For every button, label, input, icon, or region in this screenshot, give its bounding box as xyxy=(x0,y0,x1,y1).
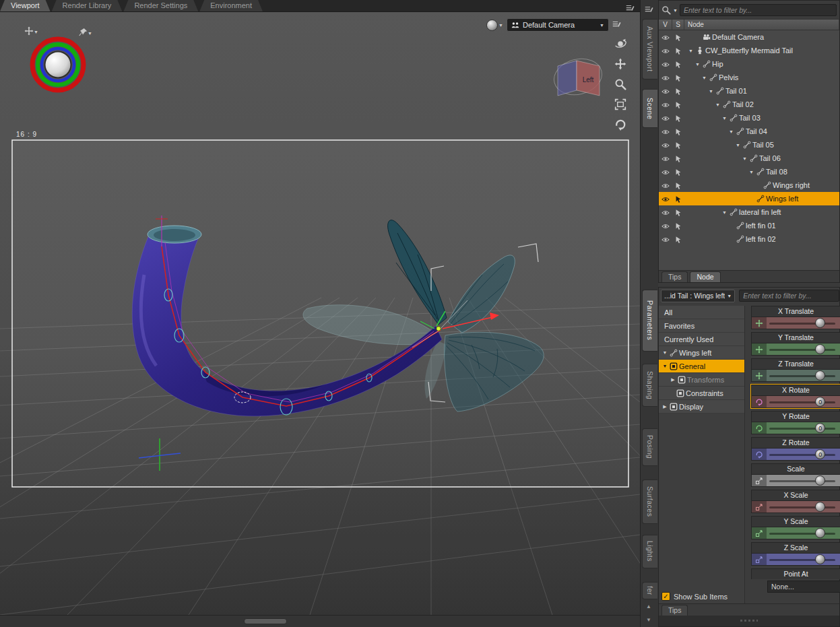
point-at-dropdown[interactable]: None... xyxy=(767,581,840,593)
tab-render-settings[interactable]: Render Settings xyxy=(123,0,198,11)
search-options-arrow[interactable]: ▼ xyxy=(673,8,678,13)
expand-arrow-icon[interactable]: ▼ xyxy=(734,143,742,147)
slider-knob[interactable] xyxy=(815,475,825,486)
slider-track[interactable] xyxy=(751,317,840,329)
pointer-icon[interactable] xyxy=(672,113,684,122)
side-tab-posing[interactable]: Posing xyxy=(642,428,657,466)
slider-track[interactable] xyxy=(751,553,840,566)
eye-icon[interactable] xyxy=(659,167,672,176)
expand-arrow-icon[interactable]: ▼ xyxy=(748,170,755,174)
slider-track[interactable] xyxy=(751,343,840,356)
pointer-icon[interactable] xyxy=(672,127,684,135)
pointer-icon[interactable] xyxy=(672,140,684,149)
group-transforms[interactable]: ▶ Transforms xyxy=(659,373,744,387)
node-label[interactable]: left fin 02 xyxy=(746,235,776,243)
node-label[interactable]: Tail 08 xyxy=(766,168,787,176)
eye-icon[interactable] xyxy=(659,113,672,122)
pointer-icon[interactable] xyxy=(672,32,684,41)
eye-icon[interactable] xyxy=(659,180,672,189)
node-label[interactable]: Pelvis xyxy=(719,73,738,81)
panel-menu-icon[interactable] xyxy=(644,3,653,15)
params-bottom-tab-tips[interactable]: Tips xyxy=(661,605,688,616)
pan-icon[interactable] xyxy=(613,57,628,71)
tree-row-lateral-fin-left[interactable]: ▼lateral fin left xyxy=(659,205,839,219)
eye-icon[interactable] xyxy=(659,46,672,55)
scene-bottom-tab-tips[interactable]: Tips xyxy=(661,271,688,282)
group-display[interactable]: ▶ Display xyxy=(659,400,744,414)
tree-row-tail01[interactable]: ▼Tail 01 xyxy=(659,84,839,98)
tab-scroll-down-icon[interactable]: ▼ xyxy=(646,617,651,623)
expand-arrow-icon[interactable]: ▼ xyxy=(721,116,728,121)
tree-row-tail06[interactable]: ▼Tail 06 xyxy=(659,152,839,165)
tree-row-tail08[interactable]: ▼Tail 08 xyxy=(659,165,839,178)
expand-arrow-icon[interactable]: ▼ xyxy=(694,62,701,67)
tree-row-wings-right[interactable]: ▼Wings right xyxy=(659,178,839,192)
node-label[interactable]: Tail 02 xyxy=(732,100,754,108)
group-all[interactable]: All xyxy=(659,306,744,319)
scene-filter-input[interactable] xyxy=(680,4,837,16)
slider-knob[interactable] xyxy=(815,554,825,564)
expand-arrow-icon[interactable]: ▼ xyxy=(741,156,748,161)
pointer-icon[interactable] xyxy=(672,100,684,108)
eye-icon[interactable] xyxy=(659,127,672,135)
tree-row-tail05[interactable]: ▼Tail 05 xyxy=(659,138,839,152)
params-filter-input[interactable] xyxy=(739,290,839,302)
eye-icon[interactable] xyxy=(659,59,672,68)
node-label[interactable]: Wings left xyxy=(766,195,798,203)
expand-arrow-icon[interactable]: ▼ xyxy=(687,48,694,53)
pointer-icon[interactable] xyxy=(672,207,684,216)
node-label[interactable]: Wings right xyxy=(773,181,810,189)
zoom-icon[interactable] xyxy=(613,77,628,92)
universal-tool-icon[interactable]: ▼ xyxy=(24,24,38,36)
tree-row-wings-left[interactable]: ▼Wings left xyxy=(659,192,839,205)
node-selector-dropdown[interactable]: ...id Tail : Wings left ▼ xyxy=(661,290,735,302)
node-label[interactable]: left fin 01 xyxy=(746,222,776,230)
node-label[interactable]: CW_Butterfly Mermaid Tail xyxy=(705,46,793,55)
frame-icon[interactable] xyxy=(613,97,628,112)
slider-knob[interactable] xyxy=(815,318,825,328)
slider-track[interactable]: 0 xyxy=(751,395,840,408)
slider-knob[interactable] xyxy=(815,528,825,538)
group-favorites[interactable]: Favorites xyxy=(659,319,744,333)
pointer-icon[interactable] xyxy=(672,234,684,243)
eye-icon[interactable] xyxy=(659,73,672,81)
expand-arrow-icon[interactable]: ▶ xyxy=(670,377,676,383)
expand-arrow-icon[interactable]: ▼ xyxy=(721,210,728,215)
pointer-icon[interactable] xyxy=(672,194,684,203)
pointer-icon[interactable] xyxy=(672,154,684,162)
expand-arrow-icon[interactable]: ▼ xyxy=(661,364,668,368)
scene-bottom-tab-node[interactable]: Node xyxy=(690,271,720,282)
slider-knob[interactable] xyxy=(815,344,825,354)
group-general[interactable]: ▼ General xyxy=(659,360,744,373)
slider-track[interactable]: 0 xyxy=(751,448,840,461)
side-tab-aux-viewport[interactable]: Aux Viewport xyxy=(642,19,657,79)
drawstyle-sphere-icon[interactable]: ▼ xyxy=(486,18,504,32)
view-cube[interactable]: Left xyxy=(551,50,605,104)
pointer-icon[interactable] xyxy=(672,73,684,81)
tab-scroll-up-icon[interactable]: ▲ xyxy=(646,603,651,609)
viewport[interactable]: 16 : 9 ▼ ▼ ▼ Default Camera ▼ Left xyxy=(0,12,640,615)
node-label[interactable]: Default Camera xyxy=(712,33,764,41)
home-view-icon[interactable] xyxy=(613,117,628,132)
tree-row-figure[interactable]: ▼CW_Butterfly Mermaid Tail xyxy=(659,44,839,57)
show-sub-items[interactable]: ✓ Show Sub Items xyxy=(661,592,728,601)
side-tab-shaping[interactable]: Shaping xyxy=(642,364,657,407)
eye-icon[interactable] xyxy=(659,194,672,203)
3d-scene[interactable] xyxy=(0,12,640,615)
orbit-icon[interactable] xyxy=(613,36,628,51)
node-label[interactable]: lateral fin left xyxy=(739,208,781,216)
slider-knob[interactable] xyxy=(815,502,825,512)
eye-icon[interactable] xyxy=(659,234,672,243)
slider-knob[interactable] xyxy=(815,370,825,381)
slider-track[interactable] xyxy=(751,500,840,513)
slider-track[interactable] xyxy=(751,527,840,539)
tree-row-default-camera[interactable]: ▼Default Camera xyxy=(659,30,839,44)
pointer-icon[interactable] xyxy=(672,46,684,55)
pointer-icon[interactable] xyxy=(672,180,684,189)
tree-row-tail02[interactable]: ▼Tail 02 xyxy=(659,98,839,111)
tree-row-tail04[interactable]: ▼Tail 04 xyxy=(659,125,839,138)
eye-icon[interactable] xyxy=(659,154,672,162)
group-wings-left[interactable]: ▼ Wings left xyxy=(659,346,744,360)
side-tab-lights[interactable]: Lights xyxy=(642,535,657,568)
expand-arrow-icon[interactable]: ▼ xyxy=(701,75,708,80)
